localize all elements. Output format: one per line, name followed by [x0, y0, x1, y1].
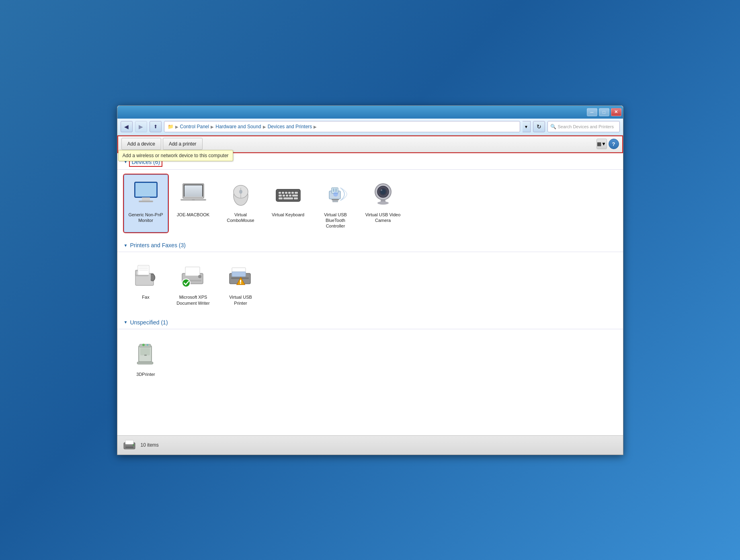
add-printer-button[interactable]: Add a printer — [163, 138, 203, 150]
breadcrumb-separator-1: ▶ — [211, 125, 214, 129]
device-item-usb-printer[interactable]: Virtual USBPrinter — [219, 257, 263, 310]
device-item-monitor[interactable]: Generic Non-PnPMonitor — [124, 174, 168, 233]
breadcrumb[interactable]: 📁 ▶ Control Panel ▶ Hardware and Sound ▶… — [164, 121, 520, 132]
printers-section-title: Printers and Faxes (3) — [130, 242, 186, 248]
breadcrumb-separator-3: ▶ — [314, 125, 317, 129]
titlebar-controls: ─ □ ✕ — [587, 108, 621, 116]
add-device-button[interactable]: Add a device — [121, 138, 161, 150]
svg-rect-2 — [142, 197, 150, 201]
titlebar: ─ □ ✕ — [117, 106, 623, 119]
search-placeholder: Search Devices and Printers — [558, 124, 614, 129]
breadcrumb-control-panel[interactable]: Control Panel — [180, 124, 209, 129]
mouse-icon — [225, 178, 257, 210]
svg-point-11 — [239, 190, 242, 194]
printers-collapse-arrow[interactable]: ▼ — [124, 243, 128, 248]
toolbar-wrapper: Add a device Add a printer ▦▼ ? Add a wi… — [117, 135, 623, 153]
svg-rect-14 — [279, 192, 281, 194]
breadcrumb-icon: 📁 — [168, 124, 174, 129]
svg-rect-30 — [333, 189, 334, 192]
devices-grid: Generic Non-PnPMonitor — [117, 170, 623, 238]
maximize-button[interactable]: □ — [599, 108, 609, 116]
search-box[interactable]: 🔍 Search Devices and Printers — [547, 121, 620, 132]
svg-rect-56 — [232, 272, 246, 277]
svg-point-34 — [333, 192, 338, 197]
monitor-icon — [130, 178, 162, 210]
svg-rect-17 — [288, 192, 291, 194]
keyboard-icon — [272, 178, 304, 210]
3dprinter-icon — [130, 338, 162, 370]
unspecified-collapse-arrow[interactable]: ▼ — [124, 320, 128, 324]
svg-rect-62 — [140, 348, 150, 355]
svg-rect-22 — [286, 195, 288, 197]
svg-point-71 — [133, 444, 134, 446]
unspecified-section-title: Unspecified (1) — [130, 319, 168, 326]
device-item-mouse[interactable]: VirtualComboMouse — [219, 174, 263, 233]
toolbar-right: ▦▼ ? — [597, 139, 619, 149]
svg-point-52 — [198, 275, 201, 278]
svg-point-41 — [377, 201, 389, 205]
minimize-button[interactable]: ─ — [587, 108, 597, 116]
main-content[interactable]: ▼ Devices (6) Generic Non-PnPMonitor — [117, 153, 623, 435]
device-item-macbook[interactable]: JOE-MACBOOK — [171, 174, 215, 233]
search-icon: 🔍 — [550, 124, 556, 129]
printers-section-header: ▼ Printers and Faxes (3) — [117, 239, 623, 252]
device-item-fax[interactable]: Fax — [124, 257, 168, 310]
svg-rect-69 — [125, 440, 133, 444]
unspecified-section-header: ▼ Unspecified (1) — [117, 316, 623, 329]
device-label-xps: Microsoft XPSDocument Writer — [176, 294, 209, 306]
device-item-xps[interactable]: Microsoft XPSDocument Writer — [171, 257, 215, 310]
svg-rect-70 — [125, 447, 133, 448]
unspecified-grid: 3DPrinter — [117, 329, 623, 386]
device-label-3dprinter: 3DPrinter — [136, 371, 155, 377]
help-button[interactable]: ? — [609, 139, 619, 149]
device-item-3dprinter[interactable]: 3DPrinter — [124, 334, 168, 381]
macbook-icon — [177, 178, 209, 210]
refresh-button[interactable]: ↻ — [533, 121, 545, 132]
device-item-keyboard[interactable]: Virtual Keyboard — [266, 174, 310, 233]
device-label-keyboard: Virtual Keyboard — [272, 212, 304, 217]
breadcrumb-separator-2: ▶ — [263, 125, 266, 129]
svg-point-66 — [142, 344, 145, 346]
svg-rect-65 — [137, 362, 153, 364]
main-window: ─ □ ✕ ◀ ▶ ⬆ 📁 ▶ Control Panel ▶ Hardware… — [117, 105, 623, 455]
breadcrumb-dropdown-button[interactable]: ▼ — [523, 121, 531, 132]
svg-rect-7 — [184, 185, 202, 197]
breadcrumb-hardware-sound[interactable]: Hardware and Sound — [215, 124, 261, 129]
svg-point-67 — [147, 344, 148, 346]
device-label-webcam: Virtual USB VideoCamera — [365, 212, 401, 224]
device-item-bluetooth[interactable]: Virtual USBBlueToothController — [314, 174, 358, 233]
printers-grid: Fax — [117, 252, 623, 314]
addressbar: ◀ ▶ ⬆ 📁 ▶ Control Panel ▶ Hardware and S… — [117, 119, 623, 135]
close-button[interactable]: ✕ — [611, 108, 621, 116]
svg-rect-3 — [139, 201, 153, 202]
svg-rect-33 — [332, 199, 339, 200]
fax-icon — [130, 261, 162, 293]
svg-rect-20 — [279, 195, 282, 197]
svg-rect-15 — [282, 192, 284, 194]
breadcrumb-devices-printers[interactable]: Devices and Printers — [268, 124, 312, 129]
svg-point-6 — [192, 199, 195, 200]
svg-rect-64 — [139, 344, 151, 347]
device-label-monitor: Generic Non-PnPMonitor — [128, 212, 163, 224]
usb-printer-icon — [225, 261, 257, 293]
back-button[interactable]: ◀ — [121, 121, 133, 132]
svg-point-39 — [381, 189, 382, 191]
svg-rect-24 — [292, 195, 298, 197]
svg-rect-31 — [335, 189, 337, 192]
forward-button[interactable]: ▶ — [135, 121, 147, 132]
up-button[interactable]: ⬆ — [150, 121, 162, 132]
svg-rect-27 — [294, 197, 298, 199]
statusbar-icon — [122, 438, 137, 452]
svg-point-53 — [182, 279, 190, 287]
svg-rect-19 — [295, 192, 298, 194]
webcam-icon — [367, 178, 399, 210]
svg-rect-21 — [283, 195, 285, 197]
svg-rect-18 — [291, 192, 294, 194]
xps-icon — [177, 261, 209, 293]
svg-rect-59 — [240, 280, 241, 283]
svg-rect-23 — [289, 195, 291, 197]
view-options-button[interactable]: ▦▼ — [597, 139, 607, 149]
device-item-webcam[interactable]: Virtual USB VideoCamera — [361, 174, 405, 233]
device-label-mouse: VirtualComboMouse — [227, 212, 254, 224]
device-label-bluetooth: Virtual USBBlueToothController — [324, 212, 347, 229]
